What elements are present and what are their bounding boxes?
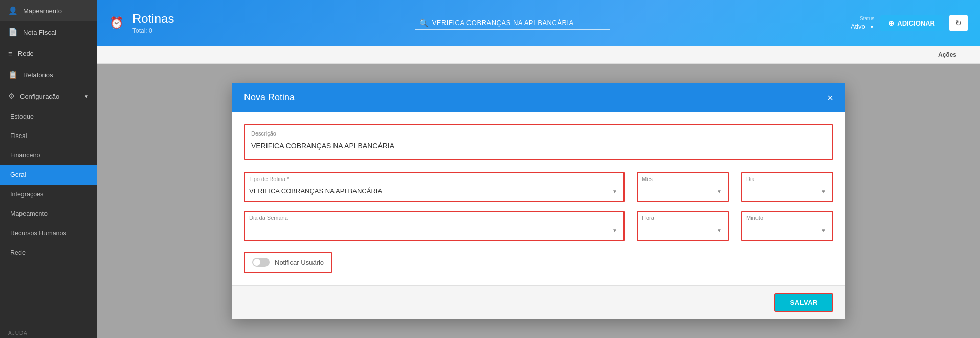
sidebar-item-label: Nota Fiscal	[23, 29, 56, 36]
descricao-group: Descrição	[244, 124, 833, 160]
header-search-area: 🔍 VERIFICA COBRANÇAS NA API BANCÁRIA	[182, 17, 842, 30]
dia-group: Dia ▼	[741, 172, 833, 202]
header-title-area: ⏰ Rotinas Total: 0	[109, 12, 174, 34]
col-header-acoes: Ações	[927, 51, 968, 58]
modal-footer: SALVAR	[232, 285, 845, 319]
sidebar-item-label: Financeiro	[10, 152, 40, 159]
mes-select-wrapper: ▼	[642, 184, 724, 198]
gear-icon: ⚙	[8, 92, 15, 101]
sidebar-item-label: Rede	[10, 249, 26, 256]
main-content: ⏰ Rotinas Total: 0 🔍 VERIFICA COBRANÇAS …	[97, 0, 980, 338]
mes-field-box: Mês ▼	[637, 172, 729, 202]
hora-select-wrapper: ▼	[642, 223, 724, 237]
dia-label: Dia	[746, 176, 828, 182]
header-right: Status Ativo ▼ ⊕ ADICIONAR ↻	[851, 15, 968, 31]
hora-select[interactable]	[642, 223, 724, 237]
total-count: Total: 0	[132, 27, 174, 34]
content-area: Nova Rotina × Descrição	[97, 64, 980, 338]
notificar-toggle-row: Notificar Usuário	[244, 252, 332, 273]
sidebar-help-section: AJUDA	[0, 323, 97, 338]
search-icon: 🔍	[419, 19, 428, 27]
refresh-button[interactable]: ↻	[949, 15, 968, 31]
tipo-select[interactable]: VERIFICA COBRANÇAS NA API BANCÁRIA	[249, 184, 619, 198]
dia-semana-group: Dia da Semana ▼	[244, 211, 625, 241]
plus-icon: ⊕	[888, 19, 894, 27]
hora-group: Hora ▼	[637, 211, 729, 241]
tipo-select-wrapper: VERIFICA COBRANÇAS NA API BANCÁRIA ▼	[249, 184, 619, 198]
tipo-label: Tipo de Rotina *	[249, 176, 619, 182]
sidebar-item-label: Mapeamento	[23, 7, 62, 15]
dia-semana-select[interactable]	[249, 223, 619, 237]
sidebar-item-rh[interactable]: Recursos Humanos	[0, 223, 97, 243]
descricao-input[interactable]	[251, 139, 826, 153]
sidebar-item-label: Recursos Humanos	[10, 230, 66, 237]
sidebar-item-label: Rede	[18, 50, 34, 57]
sidebar-item-nota-fiscal[interactable]: 📄 Nota Fiscal	[0, 21, 97, 43]
sidebar-item-financeiro[interactable]: Financeiro	[0, 146, 97, 165]
hora-field-box: Hora ▼	[637, 211, 729, 241]
modal-header: Nova Rotina ×	[232, 83, 845, 112]
sidebar: 👤 Mapeamento 📄 Nota Fiscal ≡ Rede 📋 Rela…	[0, 0, 97, 338]
sidebar-item-label: Geral	[10, 171, 26, 178]
sidebar-item-rede-top[interactable]: ≡ Rede	[0, 43, 97, 64]
minuto-group: Minuto ▼	[741, 211, 833, 241]
report-icon: 📋	[8, 70, 18, 79]
dia-semana-label: Dia da Semana	[249, 215, 619, 221]
dia-select[interactable]	[746, 184, 828, 198]
page-title: Rotinas	[132, 12, 174, 26]
save-button[interactable]: SALVAR	[774, 293, 833, 312]
modal-overlay: Nova Rotina × Descrição	[97, 64, 980, 338]
mes-select[interactable]	[642, 184, 724, 198]
sidebar-item-label: Mapeamento	[10, 210, 48, 217]
descricao-label: Descrição	[251, 130, 826, 137]
status-label: Status	[860, 16, 874, 21]
minuto-select-wrapper: ▼	[746, 223, 828, 237]
search-value: VERIFICA COBRANÇAS NA API BANCÁRIA	[432, 19, 574, 27]
modal-body: Descrição Tipo de Rotina * VERIFI	[232, 112, 845, 285]
tipo-group: Tipo de Rotina * VERIFICA COBRANÇAS NA A…	[244, 172, 625, 202]
sidebar-item-fiscal[interactable]: Fiscal	[0, 126, 97, 146]
status-dropdown-icon[interactable]: ▼	[869, 24, 874, 30]
sidebar-item-geral[interactable]: Geral	[0, 165, 97, 185]
chevron-down-icon: ▼	[84, 94, 89, 99]
modal-title: Nova Rotina	[244, 92, 295, 103]
sidebar-item-label: Integrações	[10, 191, 43, 198]
tipo-field-box: Tipo de Rotina * VERIFICA COBRANÇAS NA A…	[244, 172, 625, 202]
document-icon: 📄	[8, 28, 18, 37]
dia-semana-select-wrapper: ▼	[249, 223, 619, 237]
form-row-2: Dia da Semana ▼	[244, 211, 833, 241]
mes-group: Mês ▼	[637, 172, 729, 202]
dia-field-box: Dia ▼	[741, 172, 833, 202]
hora-label: Hora	[642, 215, 724, 221]
refresh-icon: ↻	[955, 19, 962, 27]
sidebar-item-relatorios[interactable]: 📋 Relatórios	[0, 64, 97, 85]
sidebar-item-integracoes[interactable]: Integrações	[0, 185, 97, 204]
sidebar-item-label: Fiscal	[10, 132, 27, 140]
sidebar-item-label: Configuração	[20, 93, 59, 100]
status-value: Ativo ▼	[851, 22, 874, 30]
notificar-label: Notificar Usuário	[275, 259, 324, 266]
modal-close-button[interactable]: ×	[827, 93, 833, 103]
sidebar-item-configuracao[interactable]: ⚙ Configuração ▼	[0, 85, 97, 107]
sidebar-item-rede-sub[interactable]: Rede	[0, 243, 97, 262]
add-button[interactable]: ⊕ ADICIONAR	[880, 15, 943, 31]
sidebar-item-label: Estoque	[10, 113, 34, 120]
sidebar-item-label: Relatórios	[23, 71, 53, 79]
routines-icon: ⏰	[109, 16, 123, 30]
user-icon: 👤	[8, 6, 18, 15]
minuto-field-box: Minuto ▼	[741, 211, 833, 241]
sidebar-item-mapeamento-top[interactable]: 👤 Mapeamento	[0, 0, 97, 21]
dia-select-wrapper: ▼	[746, 184, 828, 198]
modal-dialog: Nova Rotina × Descrição	[232, 83, 845, 319]
table-header: Ações	[97, 46, 980, 64]
status-area: Status Ativo ▼	[851, 16, 874, 30]
notificar-toggle[interactable]	[252, 258, 270, 267]
sidebar-item-mapeamento-sub[interactable]: Mapeamento	[0, 204, 97, 223]
notificar-section: Notificar Usuário	[244, 252, 833, 273]
minuto-select[interactable]	[746, 223, 828, 237]
network-icon: ≡	[8, 49, 13, 58]
search-bar[interactable]: 🔍 VERIFICA COBRANÇAS NA API BANCÁRIA	[415, 17, 610, 30]
sidebar-item-estoque[interactable]: Estoque	[0, 107, 97, 126]
mes-label: Mês	[642, 176, 724, 182]
minuto-label: Minuto	[746, 215, 828, 221]
